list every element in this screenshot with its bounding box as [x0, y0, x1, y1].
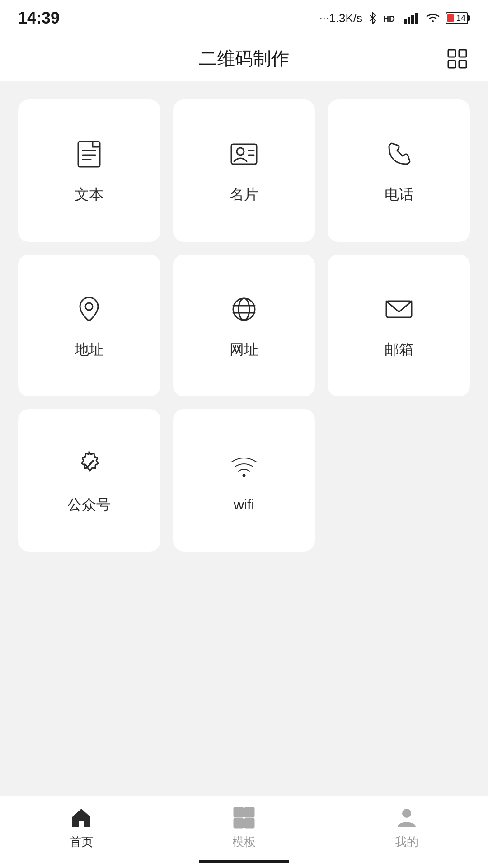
page-title: 二维码制作 — [199, 46, 289, 71]
document-icon — [71, 136, 107, 172]
location-pin-icon — [71, 291, 107, 327]
svg-rect-6 — [459, 50, 466, 57]
grid-item-address[interactable]: 地址 — [18, 255, 160, 397]
grid-item-wifi[interactable]: wifi — [173, 409, 315, 552]
tab-home-label: 首页 — [70, 834, 93, 850]
grid-item-wechat[interactable]: 公众号 — [18, 409, 160, 552]
status-time: 14:39 — [18, 9, 60, 28]
svg-rect-26 — [234, 819, 243, 828]
svg-rect-1 — [404, 19, 407, 24]
main-content: 文本 名片 电话 — [0, 81, 488, 552]
phone-icon — [381, 136, 417, 172]
svg-rect-25 — [245, 808, 254, 817]
svg-point-18 — [233, 298, 255, 320]
qr-type-grid: 文本 名片 电话 — [18, 99, 470, 552]
svg-point-17 — [85, 303, 93, 310]
svg-point-28 — [402, 809, 411, 818]
tab-home[interactable]: 首页 — [0, 805, 163, 850]
status-bar: 14:39 ···1.3K/s HD 14 — [0, 0, 488, 36]
svg-rect-8 — [459, 61, 466, 68]
svg-point-23 — [242, 474, 245, 477]
svg-rect-5 — [448, 50, 455, 57]
tab-mine-label: 我的 — [395, 834, 418, 850]
svg-rect-24 — [234, 808, 243, 817]
svg-rect-3 — [411, 15, 414, 24]
grid-item-email[interactable]: 邮箱 — [328, 255, 470, 397]
grid-label-phone: 电话 — [385, 185, 413, 205]
grid-label-text: 文本 — [75, 185, 103, 205]
app-header: 二维码制作 — [0, 36, 488, 81]
svg-text:HD: HD — [383, 14, 395, 24]
svg-rect-7 — [448, 61, 455, 68]
home-tab-icon — [69, 805, 94, 830]
signal-icon — [404, 12, 420, 24]
svg-rect-4 — [415, 13, 418, 24]
bluetooth-icon — [367, 12, 379, 24]
svg-rect-2 — [408, 17, 410, 24]
mine-tab-icon — [394, 805, 419, 830]
grid-item-card[interactable]: 名片 — [173, 99, 315, 242]
grid-label-wechat: 公众号 — [67, 495, 111, 515]
svg-rect-9 — [78, 142, 100, 167]
grid-item-phone[interactable]: 电话 — [328, 99, 470, 242]
hd-icon: HD — [383, 12, 399, 24]
tab-mine[interactable]: 我的 — [325, 805, 488, 850]
grid-label-wifi: wifi — [234, 496, 254, 513]
wifi-status-icon — [425, 12, 441, 24]
svg-rect-27 — [245, 819, 254, 828]
svg-point-14 — [237, 148, 244, 155]
tab-template-label: 模板 — [232, 834, 256, 850]
grid-label-url: 网址 — [230, 340, 258, 360]
scan-button[interactable] — [445, 46, 470, 71]
badge-check-icon — [71, 446, 107, 482]
grid-label-card: 名片 — [230, 185, 258, 205]
network-status: ···1.3K/s — [319, 11, 362, 25]
contact-card-icon — [226, 136, 262, 172]
status-icons: ···1.3K/s HD 14 — [319, 11, 470, 25]
home-indicator — [199, 860, 289, 863]
grid-item-url[interactable]: 网址 — [173, 255, 315, 397]
grid-label-address: 地址 — [75, 340, 103, 360]
wifi-icon — [226, 448, 262, 484]
tab-bar: 首页 模板 我的 — [0, 796, 488, 868]
template-tab-icon — [231, 805, 257, 830]
tab-template[interactable]: 模板 — [163, 805, 325, 850]
svg-point-19 — [239, 298, 249, 320]
mail-icon — [381, 291, 417, 327]
grid-label-email: 邮箱 — [385, 340, 413, 360]
grid-item-text[interactable]: 文本 — [18, 99, 160, 242]
battery-icon: 14 — [446, 12, 470, 24]
globe-icon — [226, 291, 262, 327]
